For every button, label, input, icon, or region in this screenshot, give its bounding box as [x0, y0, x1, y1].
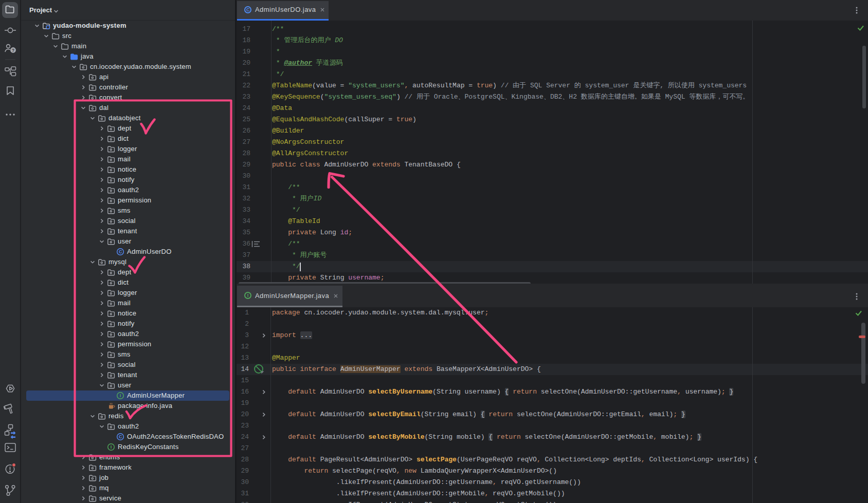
- svg-text:C: C: [246, 7, 250, 12]
- svg-text:I: I: [247, 293, 249, 298]
